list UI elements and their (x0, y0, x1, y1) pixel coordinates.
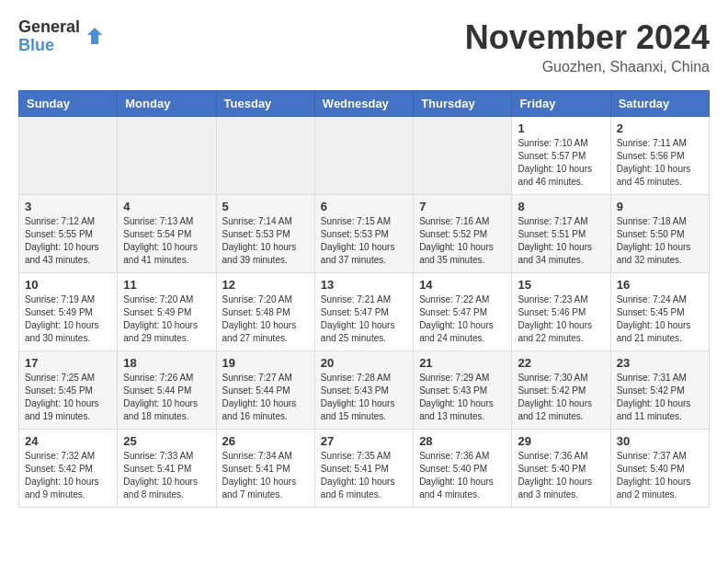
logo-blue-text: Blue (18, 37, 80, 55)
day-info: Sunrise: 7:19 AM Sunset: 5:49 PM Dayligh… (25, 293, 111, 345)
calendar-cell: 2Sunrise: 7:11 AM Sunset: 5:56 PM Daylig… (610, 117, 709, 195)
day-info: Sunrise: 7:36 AM Sunset: 5:40 PM Dayligh… (518, 450, 604, 501)
day-info: Sunrise: 7:17 AM Sunset: 5:51 PM Dayligh… (518, 215, 604, 267)
day-number: 2 (617, 121, 703, 135)
day-info: Sunrise: 7:14 AM Sunset: 5:53 PM Dayligh… (222, 215, 309, 267)
calendar-cell: 8Sunrise: 7:17 AM Sunset: 5:51 PM Daylig… (512, 195, 610, 273)
day-number: 25 (123, 434, 210, 448)
calendar-cell: 3Sunrise: 7:12 AM Sunset: 5:55 PM Daylig… (19, 195, 118, 273)
day-info: Sunrise: 7:28 AM Sunset: 5:43 PM Dayligh… (321, 372, 407, 423)
month-year-title: November 2024 (465, 18, 710, 57)
calendar-week-row: 10Sunrise: 7:19 AM Sunset: 5:49 PM Dayli… (19, 273, 710, 351)
day-info: Sunrise: 7:36 AM Sunset: 5:40 PM Dayligh… (419, 450, 506, 501)
day-info: Sunrise: 7:37 AM Sunset: 5:40 PM Dayligh… (617, 450, 703, 501)
calendar-cell (216, 117, 314, 195)
calendar-cell: 21Sunrise: 7:29 AM Sunset: 5:43 PM Dayli… (414, 351, 512, 430)
calendar-cell: 13Sunrise: 7:21 AM Sunset: 5:47 PM Dayli… (314, 273, 413, 351)
calendar-cell: 14Sunrise: 7:22 AM Sunset: 5:47 PM Dayli… (414, 273, 512, 351)
day-info: Sunrise: 7:15 AM Sunset: 5:53 PM Dayligh… (321, 215, 407, 267)
calendar-table: SundayMondayTuesdayWednesdayThursdayFrid… (18, 90, 710, 508)
day-info: Sunrise: 7:24 AM Sunset: 5:45 PM Dayligh… (617, 293, 703, 345)
day-number: 9 (617, 200, 703, 213)
weekday-header-row: SundayMondayTuesdayWednesdayThursdayFrid… (19, 91, 710, 117)
calendar-cell: 22Sunrise: 7:30 AM Sunset: 5:42 PM Dayli… (512, 351, 610, 430)
day-info: Sunrise: 7:12 AM Sunset: 5:55 PM Dayligh… (25, 215, 111, 267)
day-number: 28 (419, 434, 506, 448)
weekday-header-wednesday: Wednesday (314, 91, 413, 117)
weekday-header-saturday: Saturday (610, 91, 709, 117)
calendar-cell (19, 117, 118, 195)
calendar-cell: 30Sunrise: 7:37 AM Sunset: 5:40 PM Dayli… (610, 430, 709, 508)
day-number: 1 (518, 121, 604, 135)
day-number: 12 (222, 278, 309, 292)
day-info: Sunrise: 7:31 AM Sunset: 5:42 PM Dayligh… (617, 372, 703, 423)
day-info: Sunrise: 7:35 AM Sunset: 5:41 PM Dayligh… (321, 450, 407, 501)
location-text: Guozhen, Shaanxi, China (465, 59, 710, 75)
calendar-cell: 11Sunrise: 7:20 AM Sunset: 5:49 PM Dayli… (118, 273, 216, 351)
calendar-cell: 18Sunrise: 7:26 AM Sunset: 5:44 PM Dayli… (118, 351, 216, 430)
calendar-cell: 24Sunrise: 7:32 AM Sunset: 5:42 PM Dayli… (19, 430, 118, 508)
calendar-cell: 9Sunrise: 7:18 AM Sunset: 5:50 PM Daylig… (610, 195, 709, 273)
logo-icon (84, 26, 106, 48)
calendar-cell: 19Sunrise: 7:27 AM Sunset: 5:44 PM Dayli… (216, 351, 314, 430)
calendar-week-row: 24Sunrise: 7:32 AM Sunset: 5:42 PM Dayli… (19, 430, 710, 508)
page-header: General Blue November 2024 Guozhen, Shaa… (18, 18, 710, 75)
day-info: Sunrise: 7:26 AM Sunset: 5:44 PM Dayligh… (123, 372, 210, 423)
calendar-cell: 16Sunrise: 7:24 AM Sunset: 5:45 PM Dayli… (610, 273, 709, 351)
day-number: 7 (419, 200, 506, 213)
calendar-cell: 4Sunrise: 7:13 AM Sunset: 5:54 PM Daylig… (118, 195, 216, 273)
day-number: 5 (222, 200, 309, 213)
day-info: Sunrise: 7:21 AM Sunset: 5:47 PM Dayligh… (321, 293, 407, 345)
title-area: November 2024 Guozhen, Shaanxi, China (465, 18, 710, 75)
day-number: 17 (25, 356, 111, 370)
day-info: Sunrise: 7:30 AM Sunset: 5:42 PM Dayligh… (518, 372, 604, 423)
weekday-header-tuesday: Tuesday (216, 91, 314, 117)
day-number: 6 (321, 200, 407, 213)
weekday-header-monday: Monday (118, 91, 216, 117)
day-number: 16 (617, 278, 703, 292)
day-number: 27 (321, 434, 407, 448)
calendar-week-row: 3Sunrise: 7:12 AM Sunset: 5:55 PM Daylig… (19, 195, 710, 273)
day-info: Sunrise: 7:29 AM Sunset: 5:43 PM Dayligh… (419, 372, 506, 423)
calendar-cell: 17Sunrise: 7:25 AM Sunset: 5:45 PM Dayli… (19, 351, 118, 430)
day-info: Sunrise: 7:25 AM Sunset: 5:45 PM Dayligh… (25, 372, 111, 423)
calendar-week-row: 17Sunrise: 7:25 AM Sunset: 5:45 PM Dayli… (19, 351, 710, 430)
calendar-cell: 10Sunrise: 7:19 AM Sunset: 5:49 PM Dayli… (19, 273, 118, 351)
calendar-cell: 29Sunrise: 7:36 AM Sunset: 5:40 PM Dayli… (512, 430, 610, 508)
calendar-week-row: 1Sunrise: 7:10 AM Sunset: 5:57 PM Daylig… (19, 117, 710, 195)
day-number: 8 (518, 200, 604, 213)
day-info: Sunrise: 7:22 AM Sunset: 5:47 PM Dayligh… (419, 293, 506, 345)
day-number: 22 (518, 356, 604, 370)
day-number: 21 (419, 356, 506, 370)
day-info: Sunrise: 7:18 AM Sunset: 5:50 PM Dayligh… (617, 215, 703, 267)
calendar-cell: 1Sunrise: 7:10 AM Sunset: 5:57 PM Daylig… (512, 117, 610, 195)
calendar-cell: 6Sunrise: 7:15 AM Sunset: 5:53 PM Daylig… (314, 195, 413, 273)
calendar-cell: 12Sunrise: 7:20 AM Sunset: 5:48 PM Dayli… (216, 273, 314, 351)
day-number: 10 (25, 278, 111, 292)
day-info: Sunrise: 7:13 AM Sunset: 5:54 PM Dayligh… (123, 215, 210, 267)
day-number: 11 (123, 278, 210, 292)
logo-general-text: General (18, 18, 80, 37)
calendar-cell (414, 117, 512, 195)
day-info: Sunrise: 7:33 AM Sunset: 5:41 PM Dayligh… (123, 450, 210, 501)
day-number: 3 (25, 200, 111, 213)
calendar-cell: 25Sunrise: 7:33 AM Sunset: 5:41 PM Dayli… (118, 430, 216, 508)
day-info: Sunrise: 7:34 AM Sunset: 5:41 PM Dayligh… (222, 450, 309, 501)
calendar-cell: 28Sunrise: 7:36 AM Sunset: 5:40 PM Dayli… (414, 430, 512, 508)
day-number: 24 (25, 434, 111, 448)
day-info: Sunrise: 7:20 AM Sunset: 5:48 PM Dayligh… (222, 293, 309, 345)
calendar-cell: 7Sunrise: 7:16 AM Sunset: 5:52 PM Daylig… (414, 195, 512, 273)
day-number: 13 (321, 278, 407, 292)
day-info: Sunrise: 7:23 AM Sunset: 5:46 PM Dayligh… (518, 293, 604, 345)
day-number: 20 (321, 356, 407, 370)
day-number: 19 (222, 356, 309, 370)
day-number: 29 (518, 434, 604, 448)
day-info: Sunrise: 7:20 AM Sunset: 5:49 PM Dayligh… (123, 293, 210, 345)
calendar-cell: 5Sunrise: 7:14 AM Sunset: 5:53 PM Daylig… (216, 195, 314, 273)
day-info: Sunrise: 7:16 AM Sunset: 5:52 PM Dayligh… (419, 215, 506, 267)
logo: General Blue (18, 18, 106, 55)
day-number: 18 (123, 356, 210, 370)
day-number: 23 (617, 356, 703, 370)
weekday-header-friday: Friday (512, 91, 610, 117)
calendar-cell (118, 117, 216, 195)
